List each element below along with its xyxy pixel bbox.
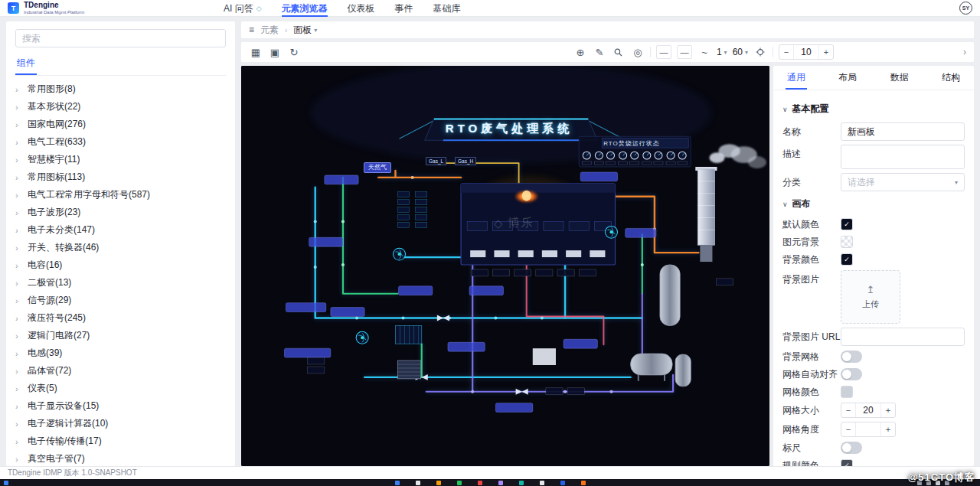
search-input[interactable] (15, 29, 226, 47)
sidebar-category-item[interactable]: › 逻辑门电路(27) (15, 327, 226, 344)
collapse-panel-chevron-icon[interactable]: › (963, 47, 966, 57)
nav-base-library[interactable]: 基础库 (433, 0, 461, 17)
stepper-minus-button[interactable]: − (779, 45, 793, 59)
grid-snap-toggle[interactable] (841, 368, 862, 380)
nav-events[interactable]: 事件 (395, 0, 413, 17)
tab-general[interactable]: 通用 (787, 66, 805, 90)
field-label: 描述 (782, 145, 841, 161)
nav-label: 仪表板 (348, 0, 375, 17)
sidebar-category-item[interactable]: › 智慧楼宇(11) (15, 151, 226, 168)
sidebar-category-item[interactable]: › 仪表(5) (15, 380, 226, 397)
taskbar-icon[interactable] (540, 481, 544, 485)
rule-color-swatch[interactable]: ✓ (841, 459, 853, 466)
label-chip-gas[interactable]: 天然气 (364, 162, 391, 173)
sidebar-category-item[interactable]: › 信号源(29) (15, 292, 226, 309)
stepper-plus-button[interactable]: + (819, 45, 833, 59)
sidebar-category-item[interactable]: › 电子传输/传播(17) (15, 432, 226, 450)
curve-wave-icon[interactable]: ~ (697, 45, 711, 59)
section-basic-config[interactable]: ∨ 基本配置 (782, 103, 965, 116)
section-canvas-config[interactable]: ∨ 画布 (782, 197, 965, 210)
diagram-title[interactable]: RTO废气处理系统 (417, 122, 601, 136)
sidebar-category-item[interactable]: › 电气工程常用字母和符号(587) (15, 186, 226, 204)
sidebar-category-item[interactable]: › 晶体管(72) (15, 362, 226, 380)
watermark-logo-icon: ◇ (494, 217, 505, 230)
taskbar-icon[interactable] (560, 481, 565, 485)
search-magnifier-icon[interactable] (612, 45, 626, 59)
taskbar-icon[interactable] (457, 481, 462, 485)
nav-ai-qa[interactable]: AI 问答 ◇ (224, 0, 262, 17)
sidebar-category-item[interactable]: › 电气工程(633) (15, 133, 226, 151)
grid-angle-value[interactable] (855, 422, 881, 436)
stepper-minus-button[interactable]: − (841, 422, 855, 436)
taskbar-icon[interactable] (416, 481, 420, 485)
sidebar-category-item[interactable]: › 基本形状(22) (15, 98, 226, 116)
nav-dashboard[interactable]: 仪表板 (348, 0, 375, 17)
bg-image-upload[interactable]: ↥ 上传 (841, 270, 900, 324)
sidebar-category-item[interactable]: › 电容(16) (15, 256, 226, 274)
user-avatar[interactable]: SY (959, 2, 972, 15)
line-weight-button[interactable]: — (677, 45, 692, 59)
stepper-plus-button[interactable]: + (881, 403, 895, 417)
refresh-icon[interactable]: ↻ (287, 45, 301, 59)
tab-layout[interactable]: 布局 (838, 66, 857, 90)
taskbar-icon[interactable] (519, 481, 524, 485)
pen-icon[interactable]: ✎ (593, 45, 606, 59)
panel-list-icon[interactable]: ≡ (249, 24, 254, 35)
stepper-value[interactable]: 10 (793, 45, 819, 59)
stepper-plus-button[interactable]: + (881, 422, 895, 436)
category-label: 开关、转换器(46) (28, 241, 99, 254)
tab-data[interactable]: 数据 (890, 66, 909, 90)
chevron-right-icon: › (15, 208, 21, 217)
brand-logo[interactable]: T TDengine Industrial Data Mgmt Platform (8, 2, 224, 15)
bg-image-url-input[interactable] (841, 328, 965, 346)
tag-gas-low[interactable]: Gas_L (426, 157, 446, 165)
sidebar-category-item[interactable]: › 开关、转换器(46) (15, 239, 226, 256)
tag-gas-high[interactable]: Gas_H (455, 157, 476, 165)
sidebar-category-item[interactable]: › 电子逻辑计算器(10) (15, 415, 226, 432)
target-crosshair-icon[interactable] (753, 45, 767, 59)
nav-element-browser[interactable]: 元素浏览器 (282, 0, 328, 17)
sidebar-category-item[interactable]: › 电子显示设备(15) (15, 397, 226, 415)
sidebar-category-item[interactable]: › 常用图形(8) (15, 80, 226, 98)
taskbar-icon[interactable] (478, 481, 482, 485)
grid-size-value[interactable]: 20 (855, 403, 881, 417)
sidebar-category-item[interactable]: › 常用图标(113) (15, 168, 226, 186)
name-input[interactable] (841, 122, 965, 141)
sidebar-category-item[interactable]: › 电感(39) (15, 344, 226, 362)
design-canvas[interactable]: RTO废气处理系统 RTO焚烧运行状态 天然气 Gas_L Gas_H ◇ 博乐 (241, 66, 769, 466)
tab-structure[interactable]: 结构 (942, 66, 960, 90)
taskbar-icon[interactable] (4, 481, 8, 485)
taskbar-icon[interactable] (436, 481, 441, 485)
category-select[interactable]: 请选择 ▾ (841, 173, 965, 191)
sidebar-category-item[interactable]: › 国家电网(276) (15, 116, 226, 133)
image-frame-icon[interactable]: ▣ (268, 45, 282, 59)
element-bg-swatch[interactable] (841, 236, 853, 248)
zoom-level-select[interactable]: 1 ▾ (717, 47, 727, 57)
sidebar-category-item[interactable]: › 电子未分类(147) (15, 221, 226, 239)
location-pin-icon[interactable]: ◎ (631, 45, 645, 59)
grid-color-swatch[interactable] (841, 386, 853, 398)
breadcrumb-root[interactable]: 元素 (260, 24, 279, 37)
stepper-minus-button[interactable]: − (841, 403, 855, 417)
zoom-in-icon[interactable]: ⊕ (573, 45, 587, 59)
grid-view-icon[interactable]: ▦ (249, 45, 263, 59)
ruler-toggle[interactable] (841, 442, 862, 454)
breadcrumb-current[interactable]: 面板 ▾ (293, 24, 317, 37)
taskbar-icon[interactable] (498, 481, 503, 485)
taskbar-icon[interactable] (395, 481, 400, 485)
sidebar-category-item[interactable]: › 液压符号(245) (15, 309, 226, 327)
tab-components[interactable]: 组件 (15, 54, 37, 75)
bg-color-swatch[interactable]: ✓ (841, 253, 853, 266)
grid-step-select[interactable]: 60 ▾ (733, 47, 748, 57)
bg-grid-toggle[interactable] (841, 351, 862, 363)
description-textarea[interactable] (841, 145, 965, 169)
field-label: 网格自动对齐 (782, 368, 841, 381)
status-panel-title[interactable]: RTO焚烧运行状态 (578, 139, 685, 148)
default-color-swatch[interactable]: ✓ (841, 218, 853, 230)
sidebar-category-item[interactable]: › 电子波形(23) (15, 204, 226, 221)
sidebar-category-item[interactable]: › 真空电子管(7) (15, 450, 226, 466)
sidebar-category-item[interactable]: › 二极管(13) (15, 274, 226, 292)
line-style-button[interactable]: — (656, 45, 671, 59)
category-label: 仪表(5) (28, 382, 57, 395)
taskbar-icon[interactable] (581, 481, 586, 485)
